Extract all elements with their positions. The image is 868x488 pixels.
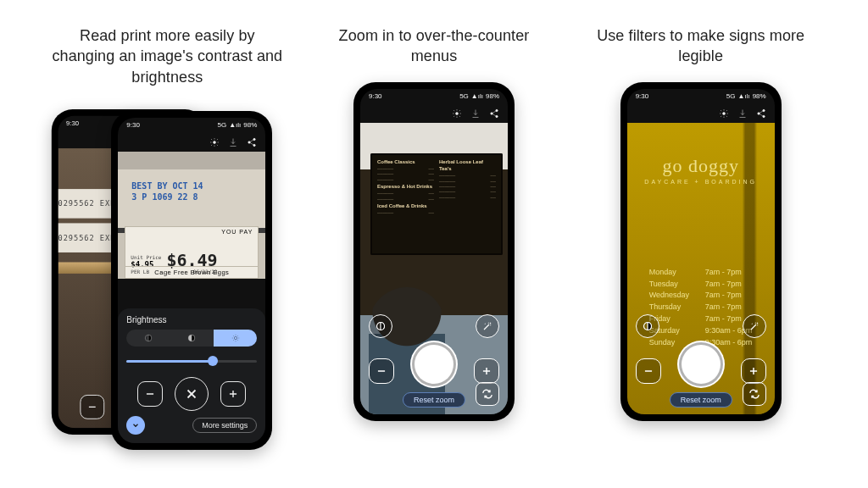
- hours-row: Thursday7am - 7pm: [649, 302, 753, 313]
- close-button[interactable]: [175, 377, 209, 411]
- brightness-slider[interactable]: [126, 353, 257, 369]
- magic-button[interactable]: [743, 314, 766, 338]
- egg-stamp: BEST BY OCT 14 3 P 1069 22 8: [131, 180, 203, 203]
- download-icon[interactable]: [470, 108, 481, 119]
- magic-button[interactable]: [476, 314, 499, 338]
- brightness-sheet: Brightness: [118, 308, 265, 443]
- zoom-out-button[interactable]: [137, 381, 163, 407]
- download-icon[interactable]: [737, 108, 748, 119]
- reset-zoom-button[interactable]: Reset zoom: [403, 392, 465, 408]
- collapse-sheet-button[interactable]: [126, 416, 145, 435]
- zoom-in-button[interactable]: [474, 358, 499, 384]
- more-settings-button[interactable]: More settings: [192, 418, 257, 433]
- filter-button[interactable]: [369, 314, 392, 338]
- menu-board: Coffee Classics ──────── ──────── ──────…: [370, 153, 503, 255]
- hours-row: Tuesday7am - 7pm: [649, 279, 753, 291]
- filter-button[interactable]: [636, 314, 659, 338]
- settings-icon[interactable]: [209, 137, 220, 147]
- panel-contrast: Read print more easily by changing an im…: [34, 25, 301, 463]
- zoom-in-button[interactable]: [741, 358, 766, 384]
- hours-list: Monday7am - 7pmTuesday7am - 7pmWednesday…: [649, 267, 753, 350]
- settings-icon[interactable]: [719, 108, 729, 119]
- price-tag: YOU PAY Unit Price $4.95 PER LB $6.49 06…: [125, 226, 259, 279]
- caption: Zoom in to over-the-counter menus: [315, 25, 553, 67]
- store-brand: go doggy DAYCARE + BOARDING: [627, 155, 775, 185]
- shutter-button[interactable]: [415, 345, 453, 384]
- download-icon[interactable]: [228, 137, 238, 147]
- status-bar: 9:30 5G▲ılı98%: [118, 118, 265, 133]
- switch-camera-button[interactable]: [476, 382, 499, 406]
- mode-auto-icon[interactable]: [126, 330, 170, 347]
- zoom-out-button[interactable]: [636, 358, 661, 384]
- panel-zoom: Zoom in to over-the-counter menus 9:30 5…: [301, 25, 568, 463]
- reset-zoom-button[interactable]: Reset zoom: [670, 392, 732, 408]
- mode-segmented[interactable]: [126, 330, 257, 347]
- share-icon[interactable]: [247, 137, 257, 147]
- switch-camera-button[interactable]: [743, 382, 766, 406]
- panel-filter: Use filters to make signs more legible 9…: [567, 25, 834, 463]
- hours-row: Saturday9:30am - 6pm: [649, 325, 753, 337]
- caption: Read print more easily by changing an im…: [48, 25, 286, 87]
- share-icon[interactable]: [489, 108, 499, 119]
- zoom-out-button[interactable]: [81, 395, 105, 419]
- mode-contrast-icon[interactable]: [170, 330, 214, 347]
- sheet-title: Brightness: [126, 315, 257, 324]
- shutter-button[interactable]: [682, 345, 721, 384]
- zoom-out-button[interactable]: [369, 358, 394, 384]
- hours-row: Wednesday7am - 7pm: [649, 290, 753, 302]
- phone: 9:30 5G▲ılı98% go doggy DAYCARE + BOARDI…: [620, 82, 782, 421]
- phone: 9:30 5G▲ılı98% Coffee Classics ──────── …: [353, 82, 515, 421]
- hours-row: Friday7am - 7pm: [649, 313, 753, 325]
- phone-front: 9:30 5G▲ılı98% BEST BY OCT 14 3 P 1069 2…: [111, 111, 272, 450]
- mode-brightness-icon[interactable]: [214, 330, 257, 347]
- caption: Use filters to make signs more legible: [582, 25, 820, 67]
- settings-icon[interactable]: [452, 108, 462, 119]
- hours-row: Monday7am - 7pm: [649, 267, 753, 279]
- share-icon[interactable]: [756, 108, 766, 119]
- zoom-in-button[interactable]: [220, 381, 246, 407]
